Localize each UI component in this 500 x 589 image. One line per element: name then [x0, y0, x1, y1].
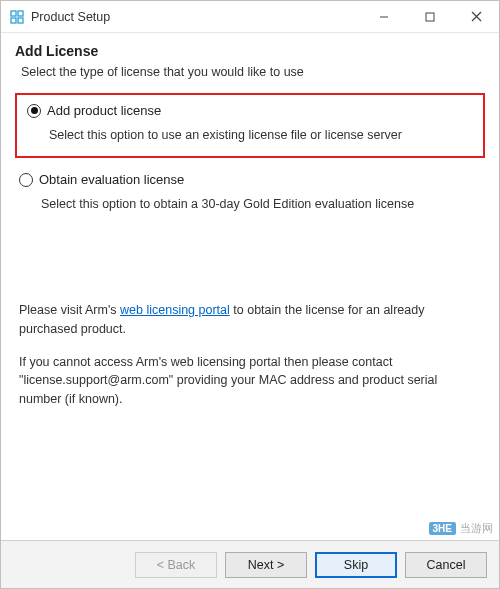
close-button[interactable] [453, 1, 499, 32]
radio-obtain-evaluation-license[interactable]: Obtain evaluation license [19, 172, 481, 187]
wizard-footer: < Back Next > Skip Cancel [1, 540, 499, 588]
info-paragraph-2: If you cannot access Arm's web licensing… [19, 353, 481, 409]
svg-rect-1 [18, 11, 23, 16]
web-licensing-portal-link[interactable]: web licensing portal [120, 303, 230, 317]
page-header: Add License Select the type of license t… [1, 33, 499, 93]
window-controls [361, 1, 499, 32]
radio-icon [19, 173, 33, 187]
watermark-text: 当游网 [460, 521, 493, 536]
titlebar: Product Setup [1, 1, 499, 33]
svg-rect-2 [11, 18, 16, 23]
window-title: Product Setup [31, 10, 361, 24]
watermark-badge: 3HE [429, 522, 456, 535]
content-area: Add product license Select this option t… [1, 93, 499, 409]
info-paragraph-1: Please visit Arm's web licensing portal … [19, 301, 481, 339]
page-subtitle: Select the type of license that you woul… [21, 65, 485, 79]
option-description: Select this option to obtain a 30-day Go… [41, 197, 481, 211]
option-label: Obtain evaluation license [39, 172, 184, 187]
maximize-button[interactable] [407, 1, 453, 32]
info-text: Please visit Arm's web licensing portal … [15, 301, 485, 409]
cancel-button[interactable]: Cancel [405, 552, 487, 578]
svg-rect-3 [18, 18, 23, 23]
skip-button[interactable]: Skip [315, 552, 397, 578]
svg-rect-0 [11, 11, 16, 16]
next-button[interactable]: Next > [225, 552, 307, 578]
radio-icon [27, 104, 41, 118]
option-obtain-evaluation-license[interactable]: Obtain evaluation license Select this op… [15, 172, 485, 211]
page-title: Add License [15, 43, 485, 59]
option-description: Select this option to use an existing li… [49, 128, 473, 142]
radio-add-product-license[interactable]: Add product license [27, 103, 473, 118]
svg-rect-5 [426, 13, 434, 21]
watermark: 3HE 当游网 [429, 521, 493, 536]
app-icon [9, 9, 25, 25]
option-label: Add product license [47, 103, 161, 118]
option-add-product-license[interactable]: Add product license Select this option t… [15, 93, 485, 158]
back-button: < Back [135, 552, 217, 578]
minimize-button[interactable] [361, 1, 407, 32]
